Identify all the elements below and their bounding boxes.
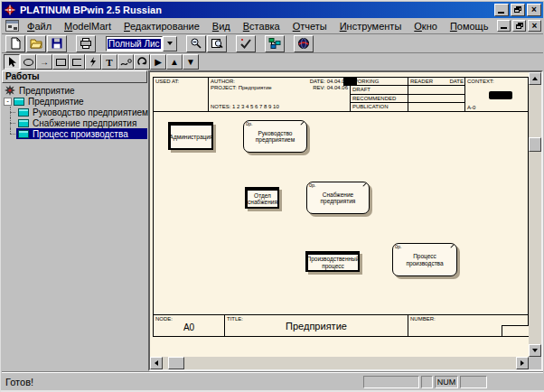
scroll-left-button[interactable]	[150, 357, 163, 369]
arrow-left-icon	[152, 360, 158, 366]
child-close-button[interactable]: ×	[528, 20, 541, 32]
tree-item-label: Предприятие	[17, 86, 77, 96]
node-cell: NODE: A0	[154, 315, 225, 336]
context-label: CONTEXT:	[467, 79, 494, 84]
minimize-icon	[498, 12, 504, 14]
tree-item-management[interactable]: Руководство предприятием	[2, 107, 147, 117]
arrow-icon: →	[40, 58, 49, 67]
lightning-tool-button[interactable]	[85, 54, 101, 70]
checkmark-icon	[239, 37, 252, 50]
zoom-window-button[interactable]	[207, 35, 227, 52]
minimize-button[interactable]	[494, 4, 509, 16]
chevron-down-icon	[167, 42, 173, 48]
model-explorer-button[interactable]	[265, 35, 285, 52]
diagram-box-enterprise-supply[interactable]: 0р. Снабжение предприятия	[306, 182, 370, 214]
play-tool-button[interactable]: ▶	[150, 54, 166, 70]
child-restore-button[interactable]	[512, 20, 526, 32]
oval-tool-button[interactable]	[20, 54, 36, 70]
menu-modelmart[interactable]: ModelMart	[58, 19, 117, 33]
close-icon: ×	[531, 5, 537, 14]
menu-help[interactable]: Помощь	[444, 19, 495, 33]
status-publication: PUBLICATION	[351, 103, 408, 111]
tree-item-label: Снабжение предприятия	[31, 118, 138, 128]
diagram-box-administration[interactable]: Администрация	[168, 122, 213, 150]
arrow-tool-button[interactable]: →	[36, 54, 52, 70]
print-button[interactable]	[76, 35, 96, 52]
explorer-header: Работы	[2, 70, 147, 83]
diagram-box-process-of-production[interactable]: 0р. Процесс производства	[392, 243, 457, 276]
squiggle-tool-button[interactable]	[117, 54, 134, 70]
text-tool-button[interactable]: T	[101, 54, 117, 70]
save-model-button[interactable]	[47, 35, 67, 52]
status-reader-grid: WORKING READER DATE DRAFT RECOMMENDED PU…	[351, 78, 465, 111]
box-tool-button[interactable]	[52, 54, 69, 70]
tree-item-model-root[interactable]: Предприятие	[2, 85, 147, 96]
kit-header: USED AT: AUTHOR: DATE: 04.04.06 PROJECT:…	[154, 78, 528, 112]
diagram-box-supply-dept[interactable]: Отдел снабжения	[245, 187, 279, 209]
triangle-up-tool-button[interactable]: ▲	[166, 54, 183, 70]
scroll-up-button[interactable]	[529, 72, 541, 85]
node-label: NODE:	[155, 316, 173, 322]
lightning-icon	[89, 56, 98, 68]
diagram-box-management[interactable]: 0р. Руководство предприятием	[243, 120, 307, 153]
platinum-logo-icon	[4, 4, 16, 16]
open-box-tool-button[interactable]	[69, 54, 85, 70]
menu-window[interactable]: Окно	[408, 19, 444, 33]
pointer-tool-button[interactable]	[4, 54, 20, 70]
project-value: Предприятие	[239, 85, 272, 90]
date-label: DATE:	[310, 79, 325, 84]
open-model-button[interactable]	[26, 35, 46, 52]
scroll-right-button[interactable]	[516, 357, 529, 369]
tree-connector	[5, 117, 16, 128]
reader-label: READER	[410, 78, 433, 85]
spell-check-button[interactable]	[236, 35, 256, 52]
horizontal-scrollbar[interactable]	[150, 357, 529, 369]
window-title: PLATINUM BPwin 2.5 Russian	[20, 5, 162, 15]
menu-insert[interactable]: Вставка	[237, 19, 286, 33]
tree-connector	[5, 128, 16, 139]
page-view-dropdown-button[interactable]	[163, 36, 177, 51]
tree-item-enterprise[interactable]: - Предприятие	[2, 96, 147, 107]
status-pane	[421, 376, 433, 388]
used-at-cell: USED AT:	[154, 78, 209, 111]
scroll-down-button[interactable]	[529, 344, 541, 357]
diagram-box-production-process[interactable]: Производственный процесс	[305, 251, 360, 272]
model-explorer-panel: Работы Предприятие - Предприятие	[2, 70, 147, 371]
tree-item-supply[interactable]: Снабжение предприятия	[2, 117, 147, 128]
triangle-down-tool-button[interactable]: ▼	[183, 54, 199, 70]
menu-file[interactable]: Файл	[21, 19, 58, 33]
rotate-arrow-tool-button[interactable]	[134, 54, 150, 70]
printer-icon	[80, 37, 92, 50]
tree-item-production-selected[interactable]: Процесс производства	[2, 128, 147, 139]
vertical-scrollbar[interactable]	[529, 72, 541, 357]
tools-toolbar: → T ▶ ▲ ▼	[2, 53, 543, 70]
page-tab[interactable]	[502, 325, 529, 337]
close-icon: ×	[532, 22, 538, 31]
open-rectangle-icon	[72, 59, 81, 66]
arrow-up-icon	[532, 74, 538, 80]
horizontal-scroll-thumb[interactable]	[168, 357, 184, 369]
menu-edit[interactable]: Редактирование	[117, 19, 206, 33]
status-message: Готов!	[5, 377, 33, 387]
diagram-sheet: USED AT: AUTHOR: DATE: 04.04.06 PROJECT:…	[150, 72, 529, 357]
restore-button[interactable]	[511, 4, 525, 16]
author-label: AUTHOR:	[211, 79, 235, 85]
collapse-expander-icon[interactable]: -	[4, 98, 12, 106]
new-document-button[interactable]	[5, 35, 25, 52]
page-view-select[interactable]: Полный Лис	[106, 36, 177, 51]
status-recommended: RECOMMENDED	[351, 95, 408, 103]
menu-tools[interactable]: Инструменты	[333, 19, 408, 33]
zoom-out-button[interactable]	[186, 35, 206, 52]
vertical-scroll-thumb[interactable]	[529, 137, 541, 152]
tree-item-label: Руководство предприятием	[31, 107, 150, 117]
modelmart-button[interactable]	[294, 35, 314, 52]
model-root-icon	[5, 85, 15, 96]
child-minimize-button[interactable]	[497, 20, 511, 32]
number-label: NUMBER:	[410, 316, 436, 322]
node-value: A0	[154, 322, 224, 332]
menu-reports[interactable]: Отчеты	[286, 19, 333, 33]
arrow-right-icon	[521, 360, 527, 366]
close-button[interactable]: ×	[527, 4, 541, 16]
menu-view[interactable]: Вид	[206, 19, 237, 33]
diagram-window-icon[interactable]	[5, 20, 19, 32]
